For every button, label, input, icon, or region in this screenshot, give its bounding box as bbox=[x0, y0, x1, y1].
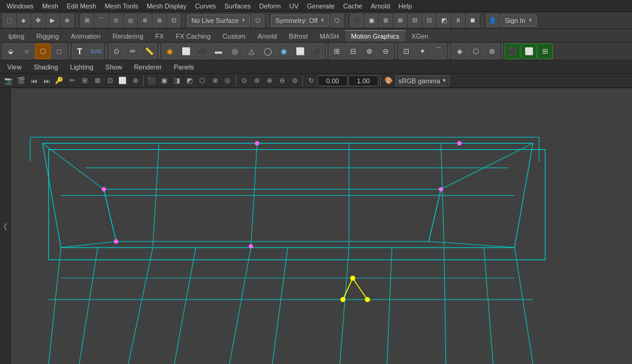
sel-component-btn[interactable]: ⬡ bbox=[35, 43, 51, 59]
render-seq-btn[interactable]: ▣ bbox=[365, 14, 378, 27]
paint-effects-btn[interactable]: ⊙ bbox=[109, 43, 124, 59]
tab-custom[interactable]: Custom bbox=[217, 30, 252, 42]
snap-grid-btn[interactable]: ⊞ bbox=[80, 14, 94, 27]
menu-cache[interactable]: Cache bbox=[339, 1, 366, 11]
vp-cam-btn[interactable]: 📷 bbox=[2, 75, 14, 87]
vp-shade4-btn[interactable]: ◩ bbox=[184, 75, 196, 87]
snap-curve-btn[interactable]: ⌒ bbox=[95, 14, 108, 27]
pause-btn[interactable]: ⏸ bbox=[452, 14, 465, 27]
symmetry-options-btn[interactable]: ⬡ bbox=[330, 14, 343, 27]
exposure-input[interactable] bbox=[348, 75, 378, 86]
vp-shade1-btn[interactable]: ⬛ bbox=[145, 75, 158, 87]
menu-generate[interactable]: Generate bbox=[303, 1, 339, 11]
tab-xgen[interactable]: XGen bbox=[406, 30, 435, 42]
snap-surface-btn[interactable]: ⊛ bbox=[138, 14, 152, 27]
tab-rendering[interactable]: Rendering bbox=[107, 30, 150, 42]
vp-overlay-btn[interactable]: ⊛ bbox=[129, 75, 141, 87]
snap-btn[interactable]: ⊕ bbox=[60, 14, 74, 27]
snap-point-btn[interactable]: ⊙ bbox=[109, 14, 123, 27]
vp-shade6-btn[interactable]: ⊗ bbox=[209, 75, 221, 87]
menu-curves[interactable]: Curves bbox=[191, 1, 220, 11]
viewport-canvas[interactable] bbox=[11, 88, 632, 364]
render-anim-btn[interactable]: ⊟ bbox=[408, 14, 421, 27]
tab-animation[interactable]: Animation bbox=[65, 30, 107, 42]
grease-pencil-btn[interactable]: ✏ bbox=[125, 43, 141, 59]
bend-btn[interactable]: ⌒ bbox=[431, 43, 447, 59]
poly-cyl-btn[interactable]: ⬛ bbox=[194, 43, 210, 59]
active-tool-btn[interactable]: ▶ bbox=[46, 14, 59, 27]
wireframe-btn[interactable]: ⬡ bbox=[468, 43, 484, 59]
vp-shade5-btn[interactable]: ⬡ bbox=[196, 75, 208, 87]
menu-windows[interactable]: Windows bbox=[2, 1, 38, 11]
mash-add-btn[interactable]: ⬜ bbox=[521, 43, 537, 59]
poly-torus-btn[interactable]: ◎ bbox=[227, 43, 243, 59]
nurbs-sphere-btn[interactable]: ◉ bbox=[276, 43, 292, 59]
nurbs-cyl-btn[interactable]: ⬛ bbox=[308, 43, 324, 59]
symmetry-dropdown[interactable]: Symmetry: Off ▼ bbox=[271, 14, 329, 27]
render-cam-btn[interactable]: ⊡ bbox=[423, 14, 436, 27]
tab-mash[interactable]: MASH bbox=[314, 30, 345, 42]
ruler-btn[interactable]: 📏 bbox=[141, 43, 157, 59]
vp-film-btn[interactable]: 🎬 bbox=[15, 75, 27, 87]
tab-fx-caching[interactable]: FX Caching bbox=[170, 30, 216, 42]
vp-shade7-btn[interactable]: ◎ bbox=[222, 75, 234, 87]
menu-mesh-display[interactable]: Mesh Display bbox=[142, 1, 191, 11]
cluster-btn[interactable]: ✦ bbox=[415, 43, 430, 59]
vp-res2-btn[interactable]: ⬜ bbox=[117, 75, 129, 87]
unparent-btn[interactable]: ⊖ bbox=[378, 43, 394, 59]
parent-btn[interactable]: ⊕ bbox=[362, 43, 377, 59]
mash-extra1-btn[interactable]: ⊞ bbox=[537, 43, 553, 59]
vp-view-menu[interactable]: View bbox=[5, 62, 24, 72]
tab-rigging[interactable]: Rigging bbox=[30, 30, 65, 42]
xray-btn[interactable]: ⊛ bbox=[484, 43, 500, 59]
vp-grid-btn[interactable]: ⊞ bbox=[78, 75, 91, 87]
vp-panels-menu[interactable]: Panels bbox=[171, 62, 197, 72]
snap-extra-btn[interactable]: ⊡ bbox=[167, 14, 180, 27]
menu-arnold[interactable]: Arnold bbox=[366, 1, 394, 11]
sign-in-dropdown[interactable]: Sign In ▼ bbox=[500, 14, 537, 27]
render-opts-btn[interactable]: ⊞ bbox=[379, 14, 392, 27]
colorspace-dropdown[interactable]: sRGB gamma ▼ bbox=[395, 75, 450, 86]
vp-renderer-menu[interactable]: Renderer bbox=[132, 62, 164, 72]
menu-deform[interactable]: Deform bbox=[255, 1, 285, 11]
stop-btn[interactable]: ⏹ bbox=[466, 14, 479, 27]
poly-sphere-btn[interactable]: ◉ bbox=[162, 43, 177, 59]
vp-show-menu[interactable]: Show bbox=[103, 62, 125, 72]
poly-disc-btn[interactable]: ◯ bbox=[260, 43, 275, 59]
vp-display-btn[interactable]: ⊠ bbox=[91, 75, 103, 87]
render-region-btn[interactable]: ⬛ bbox=[350, 14, 363, 27]
user-icon[interactable]: 👤 bbox=[486, 14, 499, 27]
svg-tool-btn[interactable]: SVG bbox=[88, 43, 104, 59]
vp-shade2-btn[interactable]: ▣ bbox=[158, 75, 170, 87]
sel-hierarchy-btn[interactable]: ⬙ bbox=[2, 43, 18, 59]
poly-cone-btn[interactable]: △ bbox=[243, 43, 259, 59]
vp-lighting-menu[interactable]: Lighting bbox=[68, 62, 96, 72]
nurbs-cube-btn[interactable]: ⬜ bbox=[292, 43, 308, 59]
tab-sculpting[interactable]: lpting bbox=[2, 30, 30, 42]
lattice-btn[interactable]: ⊡ bbox=[398, 43, 414, 59]
sel-uvs-btn[interactable]: □ bbox=[51, 43, 67, 59]
render-ipr-btn[interactable]: ◩ bbox=[437, 14, 450, 27]
vp-next-btn[interactable]: ⏮ bbox=[28, 75, 40, 87]
vp-iso4-btn[interactable]: ⊖ bbox=[276, 75, 288, 87]
menu-uv[interactable]: UV bbox=[285, 1, 302, 11]
vp-paint-btn[interactable]: ✏ bbox=[66, 75, 78, 87]
live-surface-options-btn[interactable]: ⬡ bbox=[251, 14, 264, 27]
vp-shade3-btn[interactable]: ◨ bbox=[171, 75, 183, 87]
menu-help[interactable]: Help bbox=[394, 1, 417, 11]
smooth-preview-btn[interactable]: ◈ bbox=[452, 43, 467, 59]
group-btn[interactable]: ⊞ bbox=[329, 43, 345, 59]
vp-iso2-btn[interactable]: ⊚ bbox=[251, 75, 263, 87]
snap-live-btn[interactable]: ⊚ bbox=[153, 14, 166, 27]
menu-edit-mesh[interactable]: Edit Mesh bbox=[63, 1, 101, 11]
menu-mesh[interactable]: Mesh bbox=[38, 1, 63, 11]
left-collapse-arrow[interactable]: ❬ bbox=[0, 88, 11, 364]
live-surface-dropdown[interactable]: No Live Surface ▼ bbox=[187, 14, 250, 27]
paint-btn[interactable]: ✤ bbox=[31, 14, 45, 27]
text-tool-btn[interactable]: T bbox=[72, 43, 88, 59]
poly-plane-btn[interactable]: ▬ bbox=[211, 43, 226, 59]
tab-arnold[interactable]: Arnold bbox=[252, 30, 283, 42]
vp-prev-btn[interactable]: ⏭ bbox=[40, 75, 53, 87]
select-tool-btn[interactable]: ⬚ bbox=[2, 14, 16, 27]
snap-view-btn[interactable]: ◎ bbox=[124, 14, 137, 27]
